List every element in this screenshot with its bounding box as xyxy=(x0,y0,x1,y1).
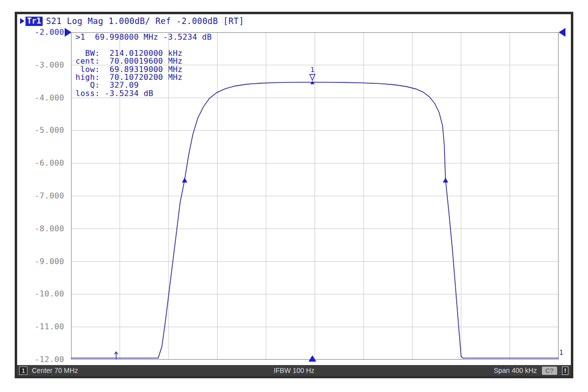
alert-indicator: ! xyxy=(562,367,568,375)
trace-number-label: 1 xyxy=(559,348,563,356)
analyzer-screen: Tr1 S21 Log Mag 1.000dB/ Ref -2.000dB [R… xyxy=(15,12,573,378)
y-axis-label: -8.000 xyxy=(17,224,64,233)
y-axis-label: -3.000 xyxy=(17,60,64,70)
status-right-group: Span 400 kHz C? ! xyxy=(494,367,568,375)
reference-level-marker-left-icon[interactable] xyxy=(65,28,72,37)
stimulus-marker-icon xyxy=(309,355,317,362)
y-axis-label: -6.000 xyxy=(17,158,64,168)
cal-status-button[interactable]: C? xyxy=(542,367,557,375)
y-axis-label: -7.000 xyxy=(17,191,64,200)
trace-title-bar[interactable]: Tr1 S21 Log Mag 1.000dB/ Ref -2.000dB [R… xyxy=(18,16,244,26)
y-axis-label: -11.00 xyxy=(17,322,64,331)
y-axis-label: -2.000 xyxy=(17,27,64,37)
s21-trace-plot: 1 xyxy=(71,32,559,360)
bandwidth-marker-icon xyxy=(443,178,448,183)
y-axis-label: -4.000 xyxy=(17,93,64,102)
span-label[interactable]: Span 400 kHz xyxy=(494,367,537,374)
marker1-number-label: 1 xyxy=(310,66,314,74)
status-bar: 1 Center 70 MHz IFBW 100 Hz Span 400 kHz… xyxy=(17,365,571,376)
y-axis-label: -9.000 xyxy=(17,257,64,266)
y-axis-label: -10.00 xyxy=(17,289,64,298)
reference-level-marker-right-icon[interactable] xyxy=(559,28,565,37)
trace-badge[interactable]: Tr1 xyxy=(25,17,43,26)
ifbw-label[interactable]: IFBW 100 Hz xyxy=(273,367,314,374)
active-trace-arrow-icon xyxy=(20,18,24,24)
y-axis-label: -5.000 xyxy=(17,125,64,135)
center-frequency-label[interactable]: Center 70 MHz xyxy=(32,367,78,374)
bandwidth-marker-icon xyxy=(182,178,187,183)
trace-title: S21 Log Mag 1.000dB/ Ref -2.000dB [RT] xyxy=(46,16,244,26)
marker1-open-triangle-icon xyxy=(310,74,315,80)
channel-number-badge: 1 xyxy=(19,367,27,375)
y-axis-label: -12.00 xyxy=(17,355,64,364)
